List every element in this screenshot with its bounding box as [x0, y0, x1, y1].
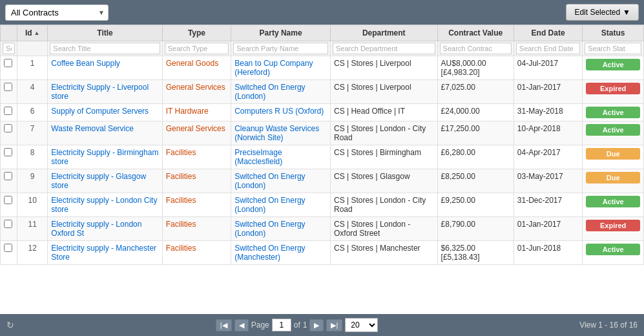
row-check-cell	[1, 80, 17, 104]
pagination: |◀ ◀ Page of 1 ▶ ▶| 20 50 100	[216, 318, 378, 332]
row-id: 9	[17, 169, 48, 193]
search-title-cell	[48, 41, 162, 56]
row-status-cell: Active	[583, 193, 644, 217]
row-enddate: 31-Dec-2017	[514, 193, 582, 217]
row-title-link[interactable]: Electricity Supply - Birmingham store	[51, 148, 158, 166]
row-checkbox[interactable]	[4, 124, 12, 132]
row-status-cell: Due	[583, 145, 644, 169]
search-check-input[interactable]	[3, 43, 15, 54]
th-type[interactable]: Type	[162, 25, 231, 41]
row-id: 12	[17, 241, 48, 265]
edit-selected-arrow-icon: ▼	[623, 8, 630, 17]
row-title[interactable]: Coffee Bean Supply	[48, 56, 162, 80]
row-party: Bean to Cup Company (Hereford)	[231, 56, 331, 80]
status-badge: Active	[586, 107, 640, 118]
row-title-link[interactable]: Electricity supply - Manchester Store	[51, 244, 156, 262]
row-value: £6,280.00	[437, 145, 514, 169]
th-value[interactable]: Contract Value	[437, 25, 514, 41]
status-badge: Active	[586, 244, 640, 255]
row-checkbox[interactable]	[4, 59, 12, 67]
status-badge: Active	[586, 124, 640, 136]
th-dept[interactable]: Department	[330, 25, 437, 41]
row-title-link[interactable]: Supply of Computer Servers	[51, 107, 149, 116]
search-status-input[interactable]	[585, 43, 641, 54]
row-title[interactable]: Electricity supply - Glasgow store	[48, 169, 162, 193]
row-title-link[interactable]: Electricity supply - London Oxford St	[51, 220, 141, 238]
status-badge: Due	[586, 172, 640, 184]
th-enddate[interactable]: End Date	[514, 25, 582, 41]
row-check-cell	[1, 241, 17, 265]
row-title-link[interactable]: Electricity Supply - Liverpool store	[51, 83, 149, 101]
row-title-link[interactable]: Waste Removal Service	[51, 124, 134, 133]
row-title[interactable]: Electricity Supply - Birmingham store	[48, 145, 162, 169]
row-check-cell	[1, 193, 17, 217]
row-enddate: 04-Apr-2017	[514, 145, 582, 169]
row-checkbox[interactable]	[4, 220, 12, 228]
row-value: AU$8,000.00 [£4,983.20]	[437, 56, 514, 80]
first-page-button[interactable]: |◀	[216, 319, 232, 331]
row-checkbox[interactable]	[4, 107, 12, 115]
table-body: 1Coffee Bean SupplyGeneral GoodsBean to …	[1, 56, 644, 265]
row-id: 10	[17, 193, 48, 217]
per-page-select[interactable]: 20 50 100	[345, 318, 378, 332]
table-row: 8Electricity Supply - Birmingham storeFa…	[1, 145, 644, 169]
search-enddate-input[interactable]	[516, 43, 580, 54]
row-enddate: 31-May-2018	[514, 104, 582, 121]
next-page-button[interactable]: ▶	[309, 319, 324, 331]
row-title-link[interactable]: Electricity supply - London City store	[51, 196, 157, 214]
row-checkbox[interactable]	[4, 196, 12, 204]
row-type: General Goods	[162, 56, 231, 80]
row-checkbox[interactable]	[4, 148, 12, 156]
th-id[interactable]: Id ▲	[17, 25, 48, 41]
row-type: General Services	[162, 80, 231, 104]
search-value-input[interactable]	[440, 43, 512, 54]
search-type-input[interactable]	[165, 43, 229, 54]
row-checkbox[interactable]	[4, 244, 12, 252]
main-content: Id ▲ Title Type Party Name Department Co…	[0, 25, 644, 314]
row-title-link[interactable]: Coffee Bean Supply	[51, 59, 120, 68]
row-enddate: 01-Jan-2017	[514, 80, 582, 104]
row-dept: CS | Head Office | IT	[330, 104, 437, 121]
row-status-cell: Expired	[583, 217, 644, 241]
row-title[interactable]: Electricity supply - London Oxford St	[48, 217, 162, 241]
row-title[interactable]: Waste Removal Service	[48, 121, 162, 145]
row-check-cell	[1, 145, 17, 169]
row-dept: CS | Stores | Manchester	[330, 241, 437, 265]
row-checkbox[interactable]	[4, 83, 12, 91]
row-id: 4	[17, 80, 48, 104]
row-title[interactable]: Electricity supply - London City store	[48, 193, 162, 217]
view-info: View 1 - 16 of 16	[579, 320, 638, 330]
row-title[interactable]: Electricity supply - Manchester Store	[48, 241, 162, 265]
contracts-dropdown[interactable]: All ContractsActive ContractsExpired Con…	[5, 5, 109, 21]
page-number-input[interactable]	[272, 319, 291, 331]
row-title[interactable]: Electricity Supply - Liverpool store	[48, 80, 162, 104]
row-enddate: 04-Jul-2017	[514, 56, 582, 80]
prev-page-button[interactable]: ◀	[234, 319, 249, 331]
search-id-cell	[17, 41, 48, 56]
th-party[interactable]: Party Name	[231, 25, 331, 41]
search-title-input[interactable]	[50, 43, 160, 54]
row-checkbox[interactable]	[4, 172, 12, 180]
search-check-cell	[1, 41, 17, 56]
row-type: Facilities	[162, 193, 231, 217]
row-title-link[interactable]: Electricity supply - Glasgow store	[51, 172, 146, 190]
last-page-button[interactable]: ▶|	[326, 319, 342, 331]
edit-selected-button[interactable]: Edit Selected ▼	[566, 4, 639, 21]
refresh-icon[interactable]: ↻	[6, 320, 14, 330]
search-enddate-cell	[514, 41, 582, 56]
row-check-cell	[1, 217, 17, 241]
total-pages: 1	[303, 320, 307, 330]
th-status[interactable]: Status	[583, 25, 644, 41]
search-party-input[interactable]	[233, 43, 328, 54]
contracts-table: Id ▲ Title Type Party Name Department Co…	[0, 25, 644, 265]
row-value: $6,325.00 [£5,138.43]	[437, 241, 514, 265]
row-party: Switched On Energy (London)	[231, 217, 331, 241]
th-title[interactable]: Title	[48, 25, 162, 41]
contracts-dropdown-wrapper[interactable]: All ContractsActive ContractsExpired Con…	[5, 5, 109, 21]
row-value: £7,025.00	[437, 80, 514, 104]
row-id: 11	[17, 217, 48, 241]
table-row: 6Supply of Computer ServersIT HardwareCo…	[1, 104, 644, 121]
row-type: Facilities	[162, 169, 231, 193]
row-title[interactable]: Supply of Computer Servers	[48, 104, 162, 121]
search-dept-input[interactable]	[333, 43, 435, 54]
